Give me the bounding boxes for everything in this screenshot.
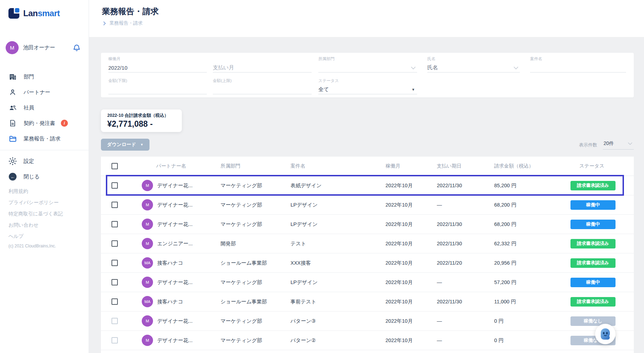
sidebar-item-collapse[interactable]: ← 閉じる [0, 169, 89, 184]
sidebar-link[interactable]: 特定商取引に基づく表記 [8, 208, 63, 219]
sidebar-item-partners[interactable]: パートナー [0, 84, 89, 100]
table-header-row: パートナー名所属部門案件名稼働月支払い期日請求金額（税込）ステータス [101, 157, 634, 176]
month-cell: 2022年10月 [385, 240, 437, 247]
sidebar-item-label: 閉じる [24, 174, 40, 180]
column-header: ステータス [570, 163, 634, 169]
sidebar-item-reports[interactable]: 業務報告・請求 [0, 131, 89, 146]
sidebar-item-employees[interactable]: 社員 [0, 100, 89, 115]
amount-cell: 62,332 円 [494, 240, 570, 247]
avatar: MA [142, 296, 153, 307]
sidebar-link[interactable]: プライバシーポリシー [8, 197, 63, 208]
partner-name: エンジニアー... [157, 240, 193, 247]
select-all-checkbox[interactable] [111, 163, 118, 169]
sidebar-item-departments[interactable]: 部門 [0, 69, 89, 84]
person-name-select[interactable]: 氏名 [427, 64, 438, 71]
arrow-left-circle-icon: ← [8, 172, 17, 181]
project-cell: 表紙デザイン [291, 182, 385, 189]
row-checkbox[interactable] [111, 240, 118, 247]
sidebar: Lansmart M 池田オーナー 部門 パートナー 社員 契約・発注書 i 業… [0, 0, 89, 353]
person-icon [8, 88, 17, 96]
building-icon [8, 73, 17, 81]
filter-status[interactable]: ステータス 全て ▼ [318, 78, 417, 94]
amount-max-input[interactable] [213, 85, 312, 94]
sidebar-link[interactable]: 利用規約 [8, 185, 63, 197]
project-cell: LPデザイン [291, 202, 385, 208]
amount-cell: 20,956 円 [494, 260, 570, 266]
amount-cell: 85,200 円 [494, 182, 570, 189]
project-name-input[interactable] [530, 63, 626, 73]
filter-person-name[interactable]: 氏名 氏名 [427, 56, 520, 73]
avatar: M [142, 219, 153, 230]
row-checkbox[interactable] [111, 298, 118, 305]
project-cell: テスト [291, 240, 385, 247]
folder-icon [8, 134, 17, 143]
due-date-cell: 2022/11/30 [437, 183, 494, 188]
sidebar-item-contracts[interactable]: 契約・発注書 i [0, 115, 89, 131]
partner-name: デザイナー花... [157, 202, 192, 208]
project-cell: LPデザイン [291, 279, 385, 286]
department-cell: 開発部 [221, 240, 291, 247]
amount-cell: 0 円 [494, 318, 570, 324]
sidebar-divider [0, 150, 89, 150]
status-badge: 稼働中 [570, 220, 616, 229]
row-checkbox[interactable] [111, 182, 118, 189]
bell-icon[interactable] [72, 44, 81, 52]
avatar: M [142, 277, 153, 288]
worked-month-input[interactable]: 2022/10 [108, 65, 127, 71]
partner-name: デザイナー花... [157, 221, 192, 228]
row-checkbox[interactable] [111, 279, 118, 285]
filter-department[interactable]: 所属部門 [318, 56, 417, 73]
table-row[interactable]: M デザイナー花... マーケティング部 LPデザイン 2022年10月 202… [101, 215, 634, 234]
avatar: M [142, 180, 153, 191]
table-row[interactable]: M デザイナー花... マーケティング部 パターン③ 2022年10月 — 0 … [101, 311, 634, 331]
partner-name: 接客ハナコ [157, 298, 183, 305]
download-button[interactable]: ダウンロード ▼ [101, 139, 149, 151]
avatar: M [142, 199, 153, 210]
sidebar-item-settings[interactable]: 設定 [0, 153, 89, 169]
dropdown-arrow-icon: ▼ [412, 88, 415, 92]
breadcrumb[interactable]: 業務報告・請求 [103, 20, 143, 26]
field-label: 氏名 [427, 56, 520, 62]
status-badge: 請求書承認済み [570, 181, 616, 190]
chatbot-button[interactable] [595, 324, 616, 344]
partner-name: デザイナー花... [157, 182, 192, 189]
table-row[interactable]: M デザイナー花... マーケティング部 表紙デザイン 2022年10月 202… [101, 176, 634, 195]
column-header: 請求金額（税込） [494, 163, 570, 169]
filter-amount-max[interactable]: 金額(上限) [213, 78, 312, 94]
project-cell: 事前テスト [291, 298, 385, 305]
filter-amount-min[interactable]: 金額(下限) [108, 78, 207, 94]
status-select[interactable]: 全て [318, 86, 329, 93]
table-row[interactable]: MA 接客ハナコ ショールーム事業部 XXX接客 2022年10月 2022/1… [101, 253, 634, 273]
payment-month-input[interactable]: 支払い月 [213, 64, 234, 71]
row-checkbox[interactable] [111, 221, 118, 227]
sidebar-link[interactable]: お問い合わせ [8, 219, 63, 231]
total-amount-card: 2022-10 合計請求金額（税込） ¥2,771,088 - [101, 109, 182, 132]
filter-project-name[interactable]: 案件名 [530, 56, 626, 73]
amount-min-input[interactable] [108, 85, 207, 94]
filter-worked-month[interactable]: 稼働月 2022/10 [108, 56, 207, 73]
department-cell: マーケティング部 [221, 337, 291, 344]
chatbot-ghost-icon [598, 327, 612, 341]
table-row[interactable]: M デザイナー花... マーケティング部 LPデザイン 2022年10月 — 5… [101, 273, 634, 292]
month-cell: 2022年10月 [385, 260, 437, 266]
page-size-select[interactable]: 20件 [603, 140, 634, 150]
table-row[interactable]: MA 接客ハナコ ショールーム事業部 事前テスト 2022年10月 2022/1… [101, 292, 634, 311]
row-checkbox[interactable] [111, 318, 118, 324]
table-row[interactable]: M デザイナー花... マーケティング部 LPデザイン 2022年10月 — 6… [101, 195, 634, 215]
row-checkbox[interactable] [111, 202, 118, 208]
row-checkbox[interactable] [111, 260, 118, 266]
sidebar-link[interactable]: ヘルプ [8, 231, 63, 242]
people-icon [8, 103, 17, 112]
amount-cell: 68,200 円 [494, 221, 570, 228]
table-row[interactable]: M エンジニアー... 開発部 テスト 2022年10月 2022/11/30 … [101, 234, 634, 253]
due-date-cell: — [437, 279, 494, 285]
row-checkbox[interactable] [111, 337, 118, 343]
chevron-right-icon [103, 21, 106, 26]
copyright: (c) 2021 CloudBrains,Inc. [8, 244, 56, 248]
department-cell: ショールーム事業部 [221, 260, 291, 266]
filter-payment-month[interactable]: 支払い月 [213, 56, 312, 73]
column-header: 案件名 [291, 163, 385, 169]
due-date-cell: — [437, 202, 494, 208]
table-row[interactable]: M デザイナー花... マーケティング部 パターン② 2022年10月 — 0 … [101, 331, 634, 350]
column-header: パートナー名 [131, 163, 221, 169]
